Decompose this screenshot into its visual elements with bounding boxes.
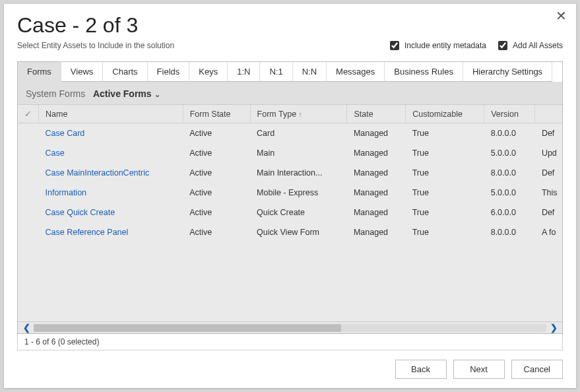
tabs-container: FormsViewsChartsFieldsKeys1:NN:1N:NMessa… (17, 61, 563, 105)
status-bar: 1 - 6 of 6 (0 selected) (17, 334, 563, 350)
tab-nn[interactable]: N:N (293, 62, 327, 82)
cell-name: Case (39, 143, 183, 163)
cell-name: Case Card (39, 123, 183, 144)
horizontal-scrollbar[interactable]: ❮ ❯ (18, 321, 562, 333)
table-row[interactable]: Case CardActiveCardManagedTrue8.0.0.0Def (18, 123, 562, 144)
cell-state: Managed (347, 143, 406, 163)
add-all-assets-option[interactable]: Add All Assets (496, 39, 563, 52)
tab-charts[interactable]: Charts (103, 62, 147, 82)
footer: Back Next Cancel (4, 350, 576, 388)
column-header-state[interactable]: State (347, 105, 406, 123)
scroll-right-icon[interactable]: ❯ (548, 322, 560, 334)
cell-state: Managed (347, 203, 406, 222)
row-checkbox[interactable] (18, 222, 39, 242)
table-row[interactable]: InformationActiveMobile - ExpressManaged… (18, 183, 562, 203)
cell-name: Case Quick Create (39, 203, 183, 222)
cell-desc: Def (535, 203, 562, 222)
scroll-thumb[interactable] (34, 324, 341, 332)
grid-container: ✓NameForm StateForm Type ↑StateCustomiza… (17, 105, 563, 334)
add-all-assets-label: Add All Assets (513, 41, 563, 50)
cell-form_type: Mobile - Express (250, 183, 347, 203)
cell-form_state: Active (183, 163, 250, 183)
column-header-desc[interactable] (535, 105, 562, 123)
table-row[interactable]: Case MainInteractionCentricActiveMain In… (18, 163, 562, 183)
table-row[interactable]: Case Reference PanelActiveQuick View For… (18, 222, 562, 242)
include-metadata-checkbox[interactable] (390, 41, 399, 50)
cell-version: 5.0.0.0 (484, 183, 535, 203)
tab-forms[interactable]: Forms (18, 62, 61, 82)
view-selector[interactable]: Active Forms ⌄ (93, 88, 160, 99)
column-header-form_state[interactable]: Form State (183, 105, 250, 123)
tab-views[interactable]: Views (61, 62, 103, 82)
cell-version: 8.0.0.0 (484, 123, 535, 144)
tab-business-rules[interactable]: Business Rules (385, 62, 463, 82)
form-link[interactable]: Case MainInteractionCentric (46, 168, 150, 178)
cell-desc: Def (535, 163, 562, 183)
scroll-left-icon[interactable]: ❮ (20, 322, 32, 334)
tab-n1[interactable]: N:1 (260, 62, 292, 82)
table-row[interactable]: Case Quick CreateActiveQuick CreateManag… (18, 203, 562, 222)
cell-name: Case MainInteractionCentric (39, 163, 183, 183)
add-all-assets-checkbox[interactable] (498, 41, 507, 50)
cancel-button[interactable]: Cancel (511, 360, 563, 379)
header: Case - 2 of 3 Select Entity Assets to In… (4, 4, 576, 57)
cell-customizable: True (406, 203, 484, 222)
cell-desc: A fo (535, 222, 562, 242)
cell-form_state: Active (183, 222, 250, 242)
tab-messages[interactable]: Messages (327, 62, 385, 82)
cell-name: Information (39, 183, 183, 203)
tab-keys[interactable]: Keys (189, 62, 228, 82)
forms-table: ✓NameForm StateForm Type ↑StateCustomiza… (18, 105, 562, 242)
table-row[interactable]: CaseActiveMainManagedTrue5.0.0.0Upd (18, 143, 562, 163)
cell-form_state: Active (183, 143, 250, 163)
back-button[interactable]: Back (395, 360, 447, 379)
column-header-form_type[interactable]: Form Type ↑ (250, 105, 347, 123)
cell-version: 8.0.0.0 (484, 163, 535, 183)
include-metadata-label: Include entity metadata (404, 41, 486, 50)
form-link[interactable]: Case Card (46, 129, 85, 138)
sort-asc-icon: ↑ (296, 110, 302, 118)
view-header: System Forms Active Forms ⌄ (18, 82, 562, 105)
cell-version: 8.0.0.0 (484, 222, 535, 242)
select-all-column[interactable]: ✓ (18, 105, 39, 123)
tab-hierarchy[interactable]: Hierarchy Settings (463, 62, 552, 82)
tab-1n[interactable]: 1:N (228, 62, 260, 82)
row-checkbox[interactable] (18, 203, 39, 222)
cell-form_type: Quick View Form (250, 222, 347, 242)
next-button[interactable]: Next (453, 360, 505, 379)
form-link[interactable]: Case (46, 148, 65, 158)
cell-version: 5.0.0.0 (484, 143, 535, 163)
cell-version: 6.0.0.0 (484, 203, 535, 222)
tab-fields[interactable]: Fields (148, 62, 190, 82)
dialog: ✕ Case - 2 of 3 Select Entity Assets to … (4, 4, 576, 388)
row-checkbox[interactable] (18, 143, 39, 163)
cell-customizable: True (406, 222, 484, 242)
row-checkbox[interactable] (18, 163, 39, 183)
column-header-version[interactable]: Version (484, 105, 535, 123)
cell-state: Managed (347, 163, 406, 183)
row-checkbox[interactable] (18, 123, 39, 144)
form-link[interactable]: Information (46, 188, 87, 197)
close-icon[interactable]: ✕ (556, 9, 567, 22)
cell-form_state: Active (183, 203, 250, 222)
cell-state: Managed (347, 222, 406, 242)
cell-form_state: Active (183, 123, 250, 144)
chevron-down-icon: ⌄ (154, 90, 160, 98)
cell-desc: Def (535, 123, 562, 144)
cell-customizable: True (406, 143, 484, 163)
cell-form_type: Quick Create (250, 203, 347, 222)
page-title: Case - 2 of 3 (17, 13, 563, 38)
cell-name: Case Reference Panel (39, 222, 183, 242)
column-header-name[interactable]: Name (39, 105, 183, 123)
column-header-customizable[interactable]: Customizable (406, 105, 484, 123)
row-checkbox[interactable] (18, 183, 39, 203)
cell-state: Managed (347, 123, 406, 144)
cell-form_type: Card (250, 123, 347, 144)
cell-state: Managed (347, 183, 406, 203)
cell-form_type: Main Interaction... (250, 163, 347, 183)
scroll-track[interactable] (34, 324, 546, 332)
form-link[interactable]: Case Reference Panel (46, 228, 129, 237)
cell-form_type: Main (250, 143, 347, 163)
form-link[interactable]: Case Quick Create (46, 208, 115, 217)
include-metadata-option[interactable]: Include entity metadata (387, 39, 486, 52)
